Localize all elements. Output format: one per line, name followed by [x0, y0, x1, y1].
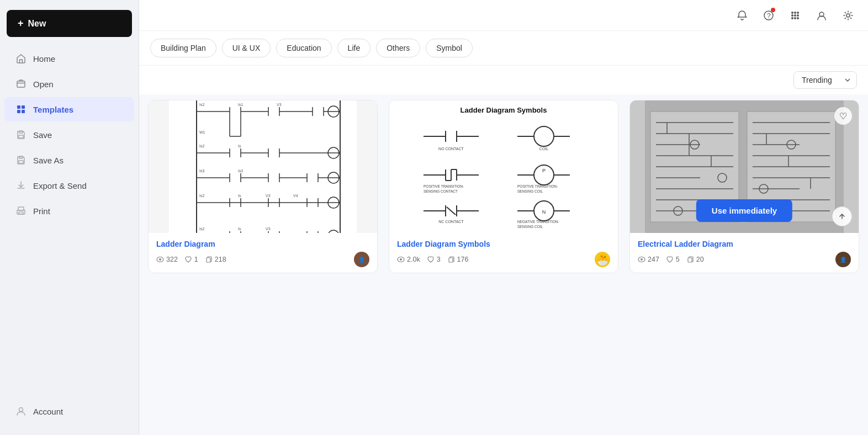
- sidebar-item-home[interactable]: Home: [4, 46, 134, 71]
- sidebar-item-save-as[interactable]: Save As: [4, 148, 134, 172]
- copies-symbols: 176: [447, 256, 469, 263]
- main-content: ? Building Plan UI & UX Education Life O…: [139, 0, 868, 435]
- sidebar-item-save[interactable]: Save: [4, 123, 134, 147]
- sidebar-item-print[interactable]: Print: [4, 199, 134, 223]
- svg-point-24: [846, 14, 850, 17]
- svg-text:W1: W1: [199, 130, 205, 134]
- svg-point-205: [641, 258, 643, 261]
- upload-button[interactable]: [832, 206, 852, 226]
- home-icon: [15, 53, 27, 64]
- filter-life[interactable]: Life: [337, 39, 371, 57]
- svg-point-140: [534, 126, 554, 146]
- sidebar-item-templates-label: Templates: [33, 105, 73, 114]
- user-icon[interactable]: [813, 7, 830, 24]
- svg-text:Is: Is: [238, 194, 241, 198]
- svg-rect-2: [22, 105, 25, 109]
- filter-symbol[interactable]: Symbol: [426, 39, 473, 57]
- svg-point-15: [794, 12, 796, 14]
- card-meta-ladder: 322 1 218 👤: [156, 252, 369, 267]
- template-grid: Start Is2 V3 V1: [148, 100, 859, 273]
- svg-text:SENSING COIL: SENSING COIL: [517, 225, 543, 229]
- svg-rect-0: [17, 81, 25, 87]
- card-meta-electrical: 247 5 20 👤: [638, 252, 851, 267]
- svg-rect-4: [22, 110, 25, 113]
- template-card-ladder-symbols[interactable]: Ladder Diagram Symbols NO CONTACT COIL: [389, 100, 618, 273]
- svg-text:Is2: Is2: [199, 144, 204, 148]
- views-symbols: 2.0k: [397, 256, 420, 263]
- svg-point-107: [328, 230, 339, 233]
- template-card-electrical[interactable]: Use immediately ♡ Electrical Ladder Diag…: [629, 100, 859, 273]
- svg-rect-1: [17, 105, 20, 109]
- template-card-ladder-diagram[interactable]: Start Is2 V3 V1: [148, 100, 378, 273]
- svg-point-171: [400, 258, 402, 261]
- svg-point-11: [19, 408, 23, 412]
- filter-education[interactable]: Education: [276, 39, 331, 57]
- new-button[interactable]: + New: [7, 10, 132, 37]
- svg-point-19: [797, 14, 799, 17]
- svg-text:Is2: Is2: [238, 169, 243, 173]
- svg-text:NO CONTACT: NO CONTACT: [438, 147, 464, 151]
- svg-text:SENSING COIL: SENSING COIL: [517, 189, 543, 193]
- sidebar-item-export[interactable]: Export & Send: [4, 173, 134, 198]
- use-immediately-button[interactable]: Use immediately: [696, 199, 792, 222]
- filter-ui-ux[interactable]: UI & UX: [222, 39, 271, 57]
- sidebar-item-open[interactable]: Open: [4, 72, 134, 96]
- svg-text:V3: V3: [266, 194, 271, 198]
- svg-rect-10: [19, 212, 23, 214]
- svg-text:Is: Is: [238, 227, 241, 231]
- sidebar-item-export-label: Export & Send: [33, 181, 87, 190]
- views-electrical: 247: [638, 256, 659, 263]
- svg-point-18: [794, 14, 796, 17]
- template-grid-wrapper: Start Is2 V3 V1: [139, 94, 868, 435]
- sidebar-item-account[interactable]: Account: [4, 399, 134, 423]
- copies-ladder: 218: [205, 256, 226, 263]
- card-title-ladder-symbols: Ladder Diagram Symbols: [397, 240, 610, 248]
- card-image-ladder-diagram: Start Is2 V3 V1: [149, 100, 377, 233]
- filter-bar: Building Plan UI & UX Education Life Oth…: [139, 31, 868, 66]
- sort-select[interactable]: Trending Newest Most Used: [793, 71, 857, 89]
- card-avatar-ladder: 👤: [354, 252, 369, 267]
- svg-text:Is2: Is2: [199, 103, 204, 107]
- svg-point-16: [797, 12, 799, 14]
- templates-icon: [15, 104, 27, 115]
- card-meta-ladder-symbols: 2.0k 3 176 🐣: [397, 252, 610, 267]
- likes-ladder: 1: [184, 256, 198, 263]
- card-image-electrical: Use immediately ♡: [630, 100, 859, 233]
- bell-icon[interactable]: [733, 7, 751, 24]
- account-icon: [15, 406, 27, 417]
- filter-others[interactable]: Others: [376, 39, 420, 57]
- card-title-electrical: Electrical Ladder Diagram: [638, 240, 851, 248]
- svg-text:Is1: Is1: [238, 103, 243, 107]
- svg-text:COIL: COIL: [539, 147, 548, 151]
- svg-text:V3: V3: [277, 103, 282, 107]
- svg-text:?: ?: [767, 12, 771, 20]
- sidebar-item-save-label: Save: [33, 130, 52, 140]
- svg-rect-172: [449, 258, 453, 262]
- settings-icon[interactable]: [839, 7, 857, 24]
- save-icon: [15, 129, 27, 140]
- save-as-icon: [15, 155, 27, 166]
- svg-rect-3: [17, 110, 20, 113]
- copies-electrical: 20: [686, 256, 704, 263]
- filter-building-plan[interactable]: Building Plan: [150, 39, 216, 57]
- svg-point-22: [797, 17, 799, 19]
- svg-point-131: [159, 258, 161, 261]
- help-icon[interactable]: ?: [760, 7, 777, 24]
- svg-text:N: N: [542, 209, 546, 215]
- sidebar-item-templates[interactable]: Templates: [4, 97, 134, 121]
- svg-rect-132: [207, 258, 210, 262]
- svg-text:Is2: Is2: [199, 227, 204, 231]
- card-title-ladder: Ladder Diagram: [156, 240, 369, 248]
- svg-rect-9: [18, 207, 24, 210]
- new-label: New: [28, 19, 46, 29]
- svg-text:Ladder Diagram Symbols: Ladder Diagram Symbols: [461, 106, 547, 114]
- svg-text:NEGATIVE TRANSITION-: NEGATIVE TRANSITION-: [517, 220, 559, 224]
- favorite-button[interactable]: ♡: [834, 107, 852, 125]
- apps-icon[interactable]: [786, 7, 804, 24]
- svg-rect-6: [19, 135, 23, 138]
- svg-text:POSITIVE TRANSITION-: POSITIVE TRANSITION-: [517, 184, 558, 188]
- svg-rect-206: [688, 258, 692, 262]
- plus-icon: +: [18, 18, 24, 29]
- card-body-ladder: Ladder Diagram 322 1 218: [149, 233, 377, 273]
- svg-text:Is2: Is2: [199, 194, 204, 198]
